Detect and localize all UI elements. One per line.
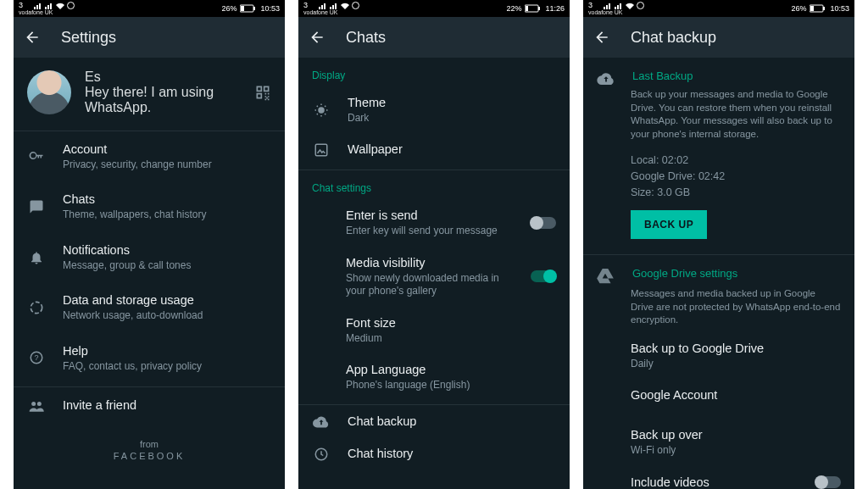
whatsapp-icon bbox=[67, 2, 75, 9]
battery-percent: 22% bbox=[506, 4, 521, 13]
avatar bbox=[27, 70, 71, 114]
carrier-label: vodafone UK bbox=[19, 9, 75, 15]
app-language-row[interactable]: App LanguagePhone's language (English) bbox=[298, 353, 570, 400]
item-label: Help bbox=[63, 343, 271, 359]
key-icon bbox=[27, 149, 46, 164]
item-sub: Privacy, security, change number bbox=[63, 158, 271, 172]
bell-icon bbox=[27, 250, 46, 265]
battery-percent: 26% bbox=[791, 4, 806, 13]
backup-to-row[interactable]: Back up to Google DriveDaily bbox=[583, 332, 854, 379]
sim-number: 3 bbox=[588, 2, 593, 9]
svg-point-0 bbox=[68, 3, 75, 9]
from-label: from bbox=[14, 439, 285, 449]
videos-toggle[interactable] bbox=[815, 476, 841, 488]
last-backup-section: Last Backup bbox=[583, 58, 854, 88]
back-icon[interactable] bbox=[24, 29, 41, 46]
svg-rect-2 bbox=[241, 6, 244, 11]
drive-icon bbox=[597, 269, 615, 284]
help-icon: ? bbox=[27, 350, 46, 365]
settings-item-data[interactable]: Data and storage usageNetwork usage, aut… bbox=[14, 282, 285, 332]
back-icon[interactable] bbox=[309, 29, 326, 46]
screen-settings: 3 vodafone UK 26% 10:53 Settings Es bbox=[14, 0, 285, 489]
profile-row[interactable]: Es Hey there! I am using WhatsApp. bbox=[14, 58, 285, 127]
signal-icon bbox=[45, 3, 53, 9]
gdrive-line: Google Drive: 02:42 bbox=[631, 169, 841, 185]
whatsapp-icon bbox=[637, 2, 644, 9]
cloud-up-icon bbox=[597, 71, 615, 85]
media-visibility-row[interactable]: Media visibilityShow newly downloaded me… bbox=[298, 247, 570, 307]
size-line: Size: 3.0 GB bbox=[631, 185, 841, 201]
wallpaper-label: Wallpaper bbox=[348, 142, 556, 158]
settings-item-help[interactable]: ? HelpFAQ, contact us, privacy policy bbox=[14, 333, 285, 383]
item-sub: FAQ, contact us, privacy policy bbox=[63, 360, 271, 374]
app-bar: Chats bbox=[298, 17, 570, 58]
wallpaper-icon bbox=[312, 142, 331, 158]
carrier-label: vodafone UK bbox=[588, 9, 644, 15]
screen-backup: 3 vodafone UK 26% 10:53 Chat backup Last… bbox=[583, 0, 854, 489]
media-toggle[interactable] bbox=[531, 270, 556, 282]
page-title: Chat backup bbox=[631, 29, 716, 47]
people-icon bbox=[27, 400, 46, 412]
screen-chats: 3 vodafone UK 22% 11:26 Chats Display Th… bbox=[298, 0, 570, 489]
enter-toggle[interactable] bbox=[531, 217, 556, 229]
status-bar: 3 vodafone UK 26% 10:53 bbox=[583, 0, 854, 17]
qr-icon[interactable] bbox=[254, 84, 271, 101]
cloud-up-icon bbox=[312, 414, 331, 428]
history-icon bbox=[312, 447, 331, 462]
theme-row[interactable]: ThemeDark bbox=[298, 86, 570, 133]
wifi-icon bbox=[626, 3, 634, 9]
last-backup-head: Last Backup bbox=[632, 69, 841, 82]
backup-button[interactable]: BACK UP bbox=[631, 210, 707, 239]
signal-icon bbox=[34, 3, 42, 9]
profile-status: Hey there! I am using WhatsApp. bbox=[85, 85, 241, 115]
svg-rect-11 bbox=[526, 6, 528, 11]
include-videos-row[interactable]: Include videos bbox=[583, 466, 854, 489]
backup-over-row[interactable]: Back up overWi-Fi only bbox=[583, 419, 854, 465]
chat-backup-row[interactable]: Chat backup bbox=[298, 405, 570, 438]
signal-icon bbox=[330, 3, 338, 9]
theme-label: Theme bbox=[348, 95, 556, 111]
status-bar: 3 vodafone UK 26% 10:53 bbox=[14, 0, 285, 17]
item-sub: Message, group & call tones bbox=[63, 259, 271, 273]
section-chat-settings: Chat settings bbox=[298, 170, 570, 199]
backup-to-value: Daily bbox=[631, 358, 841, 371]
wallpaper-row[interactable]: Wallpaper bbox=[298, 133, 570, 166]
settings-item-invite[interactable]: Invite a friend bbox=[14, 387, 285, 424]
settings-item-account[interactable]: AccountPrivacy, security, change number bbox=[14, 131, 285, 181]
settings-item-chats[interactable]: ChatsTheme, wallpapers, chat history bbox=[14, 181, 285, 231]
item-label: Data and storage usage bbox=[63, 292, 271, 308]
svg-rect-14 bbox=[315, 144, 327, 156]
item-label: Notifications bbox=[63, 242, 271, 258]
history-label: Chat history bbox=[348, 446, 556, 462]
backup-over-value: Wi-Fi only bbox=[631, 444, 841, 458]
signal-icon bbox=[604, 3, 612, 9]
font-size-row[interactable]: Font sizeMedium bbox=[298, 307, 570, 353]
chat-history-row[interactable]: Chat history bbox=[298, 437, 570, 470]
page-title: Chats bbox=[346, 29, 386, 47]
svg-text:?: ? bbox=[34, 353, 38, 362]
enter-label: Enter is send bbox=[346, 208, 514, 224]
settings-item-notifications[interactable]: NotificationsMessage, group & call tones bbox=[14, 232, 285, 282]
include-videos-label: Include videos bbox=[631, 475, 798, 489]
item-sub: Network usage, auto-download bbox=[63, 309, 271, 323]
battery-icon bbox=[240, 4, 257, 13]
wifi-icon bbox=[56, 3, 64, 9]
page-title: Settings bbox=[61, 29, 116, 47]
local-line: Local: 02:02 bbox=[631, 153, 841, 169]
media-label: Media visibility bbox=[346, 255, 514, 271]
backup-label: Chat backup bbox=[348, 414, 556, 430]
theme-value: Dark bbox=[348, 112, 556, 125]
backup-over-label: Back up over bbox=[631, 427, 841, 443]
enter-send-row[interactable]: Enter is sendEnter key will send your me… bbox=[298, 199, 570, 246]
signal-icon bbox=[319, 3, 327, 9]
gdrive-section: Google Drive settings bbox=[583, 255, 854, 287]
clock: 10:53 bbox=[260, 4, 280, 13]
svg-rect-18 bbox=[823, 7, 825, 10]
lang-value: Phone's language (English) bbox=[346, 379, 556, 392]
battery-icon bbox=[810, 4, 826, 13]
app-bar: Settings bbox=[14, 17, 285, 58]
back-icon[interactable] bbox=[593, 29, 610, 46]
gdrive-head: Google Drive settings bbox=[632, 267, 841, 280]
google-account-row[interactable]: Google Account bbox=[583, 379, 854, 412]
status-bar: 3 vodafone UK 22% 11:26 bbox=[298, 0, 570, 17]
